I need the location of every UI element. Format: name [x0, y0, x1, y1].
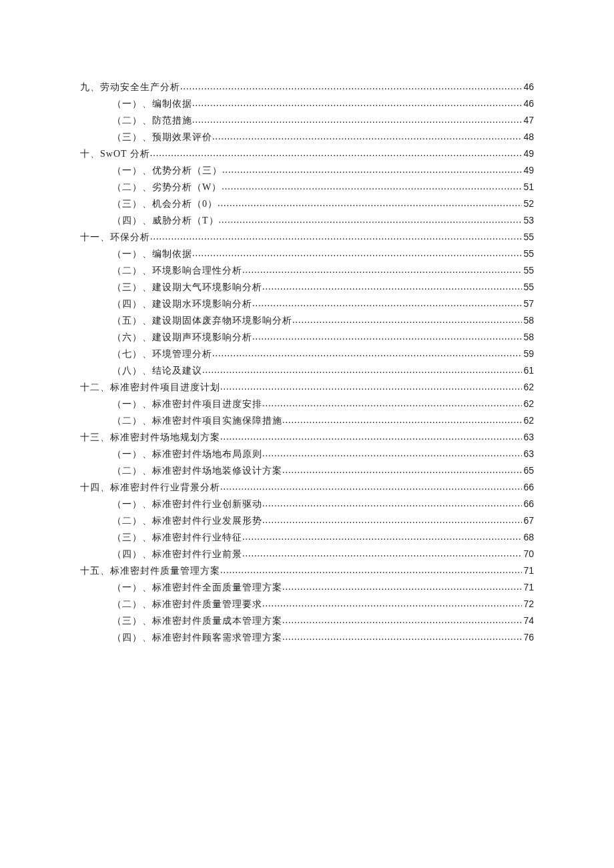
toc-leader-dots — [220, 428, 522, 445]
toc-page-number: 58 — [522, 329, 534, 346]
toc-label: （一）、标准密封件行业创新驱动 — [112, 496, 262, 512]
toc-page-number: 62 — [522, 412, 534, 429]
toc-label: （二）、标准密封件质量管理要求 — [112, 596, 262, 612]
toc-leader-dots — [242, 545, 522, 562]
toc-leader-dots — [242, 528, 522, 545]
toc-label: （四）、标准密封件行业前景 — [112, 546, 242, 562]
toc-page-number: 68 — [522, 529, 534, 546]
toc-label: （二）、标准密封件项目实施保障措施 — [112, 412, 282, 429]
toc-entry: （一）、编制依据55 — [80, 246, 534, 262]
toc-entry: 九、劳动安全生产分析46 — [80, 79, 534, 95]
toc-page-number: 47 — [522, 112, 534, 129]
toc-page-number: 55 — [522, 262, 534, 279]
toc-page-number: 55 — [522, 246, 534, 262]
toc-label: （三）、预期效果评价 — [112, 129, 212, 145]
toc-label: 十、SwOT 分析 — [80, 145, 150, 162]
toc-label: （二）、标准密封件场地装修设计方案 — [112, 462, 282, 479]
toc-leader-dots — [252, 295, 522, 312]
toc-leader-dots — [180, 78, 522, 95]
toc-label: （六）、建设期声环境影响分析 — [112, 329, 252, 346]
toc-page-number: 46 — [522, 79, 534, 95]
toc-label: （七）、环境管理分析 — [112, 346, 212, 362]
toc-page-number: 65 — [522, 462, 534, 479]
toc-entry: （八）、结论及建议61 — [80, 362, 534, 379]
toc-page-number: 66 — [522, 496, 534, 512]
toc-entry: 十三、标准密封件场地规划方案63 — [80, 429, 534, 446]
toc-label: （四）、威胁分析（T） — [112, 212, 219, 229]
toc-entry: （二）、标准密封件项目实施保障措施62 — [80, 412, 534, 429]
toc-leader-dots — [262, 495, 522, 512]
toc-leader-dots — [150, 145, 523, 161]
toc-entry: 十一、环保分析55 — [80, 229, 534, 246]
toc-label: （一）、编制依据 — [112, 246, 192, 262]
toc-entry: （一）、标准密封件项目进度安排62 — [80, 396, 534, 412]
toc-label: （一）、标准密封件全面质量管理方案 — [112, 579, 282, 596]
toc-leader-dots — [292, 312, 522, 328]
toc-label: 十三、标准密封件场地规划方案 — [80, 429, 220, 446]
toc-entry: （二）、劣势分析（W）51 — [80, 179, 534, 195]
toc-page-number: 61 — [522, 362, 534, 379]
toc-label: 十二、标准密封件项目进度计划 — [80, 379, 220, 396]
toc-page-number: 66 — [522, 479, 534, 496]
toc-label: （一）、编制依据 — [112, 95, 192, 112]
toc-entry: 十、SwOT 分析49 — [80, 145, 534, 162]
toc-page-number: 51 — [522, 179, 534, 195]
toc-page-number: 71 — [522, 579, 534, 596]
toc-leader-dots — [220, 378, 522, 395]
toc-page-number: 71 — [522, 562, 534, 579]
toc-page-number: 55 — [522, 229, 534, 246]
toc-entry: （六）、建设期声环境影响分析58 — [80, 329, 534, 346]
toc-leader-dots — [192, 95, 522, 111]
toc-leader-dots — [222, 161, 522, 178]
toc-entry: （一）、标准密封件全面质量管理方案71 — [80, 579, 534, 596]
toc-label: （四）、标准密封件顾客需求管理方案 — [112, 629, 282, 646]
toc-leader-dots — [212, 128, 522, 145]
toc-page-number: 62 — [522, 379, 534, 396]
toc-leader-dots — [282, 412, 522, 428]
toc-page-number: 52 — [522, 195, 534, 212]
toc-label: 十四、标准密封件行业背景分析 — [80, 479, 220, 496]
toc-entry: （一）、标准密封件行业创新驱动66 — [80, 496, 534, 512]
toc-page-number: 53 — [522, 212, 534, 229]
toc-label: （二）、环境影响合理性分析 — [112, 262, 242, 279]
toc-label: （二）、防范措施 — [112, 112, 192, 129]
toc-entry: （七）、环境管理分析59 — [80, 346, 534, 362]
toc-label: （三）、机会分析（0） — [112, 195, 218, 212]
toc-entry: （五）、建设期固体废弃物环境影响分析58 — [80, 312, 534, 329]
toc-leader-dots — [262, 395, 522, 412]
toc-leader-dots — [220, 478, 522, 495]
toc-label: 十五、标准密封件质量管理方案 — [80, 562, 220, 579]
toc-page-number: 62 — [522, 396, 534, 412]
toc-entry: （一）、编制依据46 — [80, 95, 534, 112]
toc-leader-dots — [282, 628, 522, 645]
toc-leader-dots — [282, 612, 522, 628]
toc-entry: （四）、建设期水环境影响分析57 — [80, 296, 534, 312]
toc-entry: （四）、威胁分析（T）53 — [80, 212, 534, 229]
toc-entry: （三）、机会分析（0）52 — [80, 195, 534, 212]
table-of-contents: 九、劳动安全生产分析46（一）、编制依据46（二）、防范措施47（三）、预期效果… — [80, 79, 534, 646]
toc-page-number: 76 — [522, 629, 534, 646]
toc-page-number: 58 — [522, 312, 534, 329]
toc-leader-dots — [262, 278, 522, 295]
toc-entry: （二）、防范措施47 — [80, 112, 534, 129]
toc-entry: （三）、标准密封件行业特征68 — [80, 529, 534, 546]
toc-label: （一）、优势分析（三） — [112, 162, 222, 179]
toc-page-number: 67 — [522, 512, 534, 529]
toc-leader-dots — [242, 262, 522, 278]
toc-entry: （一）、优势分析（三）49 — [80, 162, 534, 179]
toc-leader-dots — [222, 178, 522, 195]
toc-page-number: 63 — [522, 446, 534, 462]
toc-leader-dots — [282, 462, 522, 478]
toc-entry: 十四、标准密封件行业背景分析66 — [80, 479, 534, 496]
toc-label: （二）、标准密封件行业发展形势 — [112, 512, 262, 529]
toc-leader-dots — [282, 578, 522, 595]
toc-entry: （四）、标准密封件顾客需求管理方案76 — [80, 629, 534, 646]
toc-entry: （三）、标准密封件质量成本管理方案74 — [80, 612, 534, 629]
toc-label: （四）、建设期水环境影响分析 — [112, 296, 252, 312]
toc-entry: （二）、环境影响合理性分析55 — [80, 262, 534, 279]
toc-entry: （一）、标准密封件场地布局原则63 — [80, 446, 534, 462]
toc-page-number: 72 — [522, 596, 534, 612]
toc-entry: （四）、标准密封件行业前景70 — [80, 546, 534, 562]
toc-page: 九、劳动安全生产分析46（一）、编制依据46（二）、防范措施47（三）、预期效果… — [0, 0, 614, 646]
toc-label: （三）、标准密封件行业特征 — [112, 529, 242, 546]
